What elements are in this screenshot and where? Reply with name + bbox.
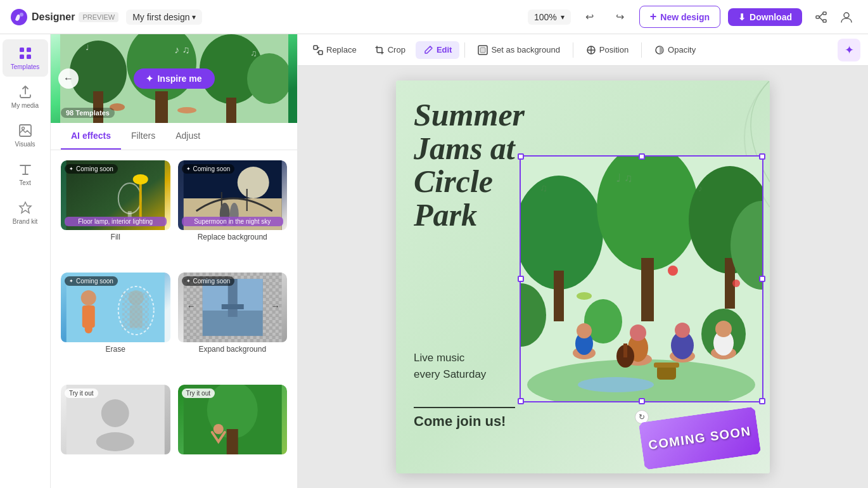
inspire-me-button[interactable]: ✦ Inspire me bbox=[133, 68, 214, 89]
resize-handle-bm[interactable] bbox=[639, 398, 645, 404]
position-button[interactable]: Position bbox=[578, 41, 636, 59]
resize-handle-bl[interactable] bbox=[518, 398, 524, 404]
resize-handle-tl[interactable] bbox=[518, 153, 524, 160]
resize-handle-ml[interactable] bbox=[518, 276, 524, 282]
download-icon: ⬇ bbox=[738, 12, 746, 22]
coming-soon-badge-fill: ✦ Coming soon bbox=[65, 164, 118, 174]
download-button[interactable]: ⬇ Download bbox=[728, 8, 802, 26]
undo-button[interactable]: ↩ bbox=[578, 6, 601, 29]
effect-fill[interactable]: ✦ Coming soon Floor lamp, interior light… bbox=[61, 160, 170, 265]
text-icon bbox=[18, 162, 33, 177]
profile-button[interactable] bbox=[835, 6, 858, 29]
effects-panel: ♪ ♫ ♩ ♫ ← ✦ Inspire me 98 Templates AI e… bbox=[51, 34, 298, 488]
svg-point-42 bbox=[81, 290, 96, 305]
chevron-down-icon: ▾ bbox=[192, 13, 196, 22]
svg-rect-32 bbox=[139, 179, 142, 221]
position-icon bbox=[586, 45, 596, 55]
topbar-right-icons bbox=[810, 6, 858, 29]
crop-button[interactable]: Crop bbox=[367, 41, 413, 59]
canvas-subtitle: Live music every Saturday bbox=[414, 350, 486, 382]
selection-box[interactable]: ↻ bbox=[520, 155, 763, 402]
chevron-down-icon: ▾ bbox=[561, 13, 565, 22]
effect-fill-name: Fill bbox=[61, 233, 170, 241]
brand-label: Brand kit bbox=[13, 218, 37, 225]
upload-icon bbox=[18, 84, 33, 100]
sidebar: Templates My media Visuals Text bbox=[0, 34, 51, 488]
svg-text:←: ← bbox=[186, 301, 195, 311]
effect-replace-bg[interactable]: ✦ Coming soon Supermoon in the night sky… bbox=[178, 160, 288, 265]
tab-adjust[interactable]: Adjust bbox=[165, 123, 210, 150]
sidebar-item-templates[interactable]: Templates bbox=[3, 39, 48, 77]
canvas-toolbar: Replace Crop Edit Set as back bbox=[298, 34, 868, 66]
svg-point-13 bbox=[22, 127, 24, 130]
try-it-out-badge-2: Try it out bbox=[182, 388, 215, 398]
app-logo: Designer PREVIEW bbox=[10, 8, 118, 26]
zoom-selector[interactable]: 100% ▾ bbox=[528, 10, 571, 25]
profile-icon bbox=[840, 11, 853, 23]
grid-icon bbox=[18, 46, 33, 61]
effect-tryout2[interactable]: Try it out bbox=[178, 385, 288, 478]
opacity-icon bbox=[654, 45, 665, 55]
replace-button[interactable]: Replace bbox=[305, 41, 364, 59]
resize-handle-mr[interactable] bbox=[759, 276, 765, 282]
preview-badge: PREVIEW bbox=[79, 12, 118, 22]
svg-rect-2 bbox=[816, 16, 819, 18]
back-button[interactable]: ← bbox=[58, 68, 79, 89]
svg-line-6 bbox=[819, 17, 823, 21]
edit-button[interactable]: Edit bbox=[416, 41, 460, 59]
svg-rect-12 bbox=[20, 125, 31, 136]
replace-icon bbox=[313, 45, 323, 55]
tab-filters[interactable]: Filters bbox=[121, 123, 165, 150]
effect-expand-bg[interactable]: ← → ✦ Coming soon Expand background bbox=[178, 273, 288, 377]
resize-handle-br[interactable] bbox=[759, 398, 765, 404]
svg-text:♫: ♫ bbox=[250, 48, 257, 58]
svg-rect-73 bbox=[480, 48, 485, 53]
canvas-area: Replace Crop Edit Set as back bbox=[298, 34, 868, 488]
svg-rect-3 bbox=[823, 12, 826, 15]
ai-sparkle-button[interactable]: ✦ bbox=[838, 39, 860, 61]
effect-replace-bg-image: ✦ Coming soon Supermoon in the night sky bbox=[178, 160, 288, 230]
canvas-design[interactable]: Summer Jams at Circle Park bbox=[396, 80, 770, 473]
resize-handle-tm[interactable] bbox=[639, 153, 645, 160]
image-icon bbox=[18, 123, 33, 138]
sidebar-item-brand[interactable]: Brand kit bbox=[3, 194, 48, 231]
app-name: Designer bbox=[32, 11, 75, 23]
topbar: Designer PREVIEW My first design ▾ 100% … bbox=[0, 0, 868, 34]
effect-erase[interactable]: ✦ Coming soon Erase bbox=[61, 273, 170, 377]
opacity-button[interactable]: Opacity bbox=[647, 41, 703, 59]
templates-label: Templates bbox=[11, 63, 40, 70]
coming-soon-badge-expand: ✦ Coming soon bbox=[182, 276, 235, 286]
try-it-out-badge-1: Try it out bbox=[65, 388, 98, 398]
effect-tryout2-image: Try it out bbox=[178, 385, 288, 454]
svg-line-5 bbox=[819, 13, 823, 17]
effect-tryout1[interactable]: Try it out bbox=[61, 385, 170, 478]
share-button[interactable] bbox=[810, 6, 833, 29]
redo-button[interactable]: ↪ bbox=[609, 6, 632, 29]
sidebar-item-text[interactable]: Text bbox=[3, 155, 48, 193]
canvas-title: Summer Jams at Circle Park bbox=[414, 98, 525, 231]
share-icon bbox=[815, 11, 827, 23]
effect-tryout1-image: Try it out bbox=[61, 385, 170, 454]
effect-erase-name: Erase bbox=[61, 345, 170, 354]
svg-point-65 bbox=[96, 432, 134, 451]
edit-icon bbox=[423, 45, 433, 55]
design-name-selector[interactable]: My first design ▾ bbox=[126, 10, 202, 25]
sidebar-item-my-media[interactable]: My media bbox=[3, 78, 48, 115]
sparkle-icon: ✦ bbox=[146, 74, 153, 84]
crop-icon bbox=[374, 45, 385, 55]
my-media-label: My media bbox=[11, 102, 39, 109]
coming-soon-badge-erase: ✦ Coming soon bbox=[65, 276, 118, 286]
svg-rect-68 bbox=[226, 429, 238, 454]
new-design-button[interactable]: + New design bbox=[639, 6, 720, 28]
tab-ai-effects[interactable]: AI effects bbox=[61, 123, 121, 150]
svg-rect-11 bbox=[27, 55, 31, 59]
set-as-background-button[interactable]: Set as background bbox=[470, 41, 567, 59]
effect-replace-bg-name: Replace background bbox=[178, 233, 288, 241]
sidebar-item-visuals[interactable]: Visuals bbox=[3, 117, 48, 154]
toolbar-separator-2 bbox=[573, 42, 573, 58]
resize-handle-tr[interactable] bbox=[759, 153, 765, 160]
svg-point-1 bbox=[20, 13, 23, 16]
svg-rect-21 bbox=[226, 98, 236, 123]
effect-expand-bg-name: Expand background bbox=[178, 345, 288, 354]
svg-point-35 bbox=[237, 167, 269, 198]
